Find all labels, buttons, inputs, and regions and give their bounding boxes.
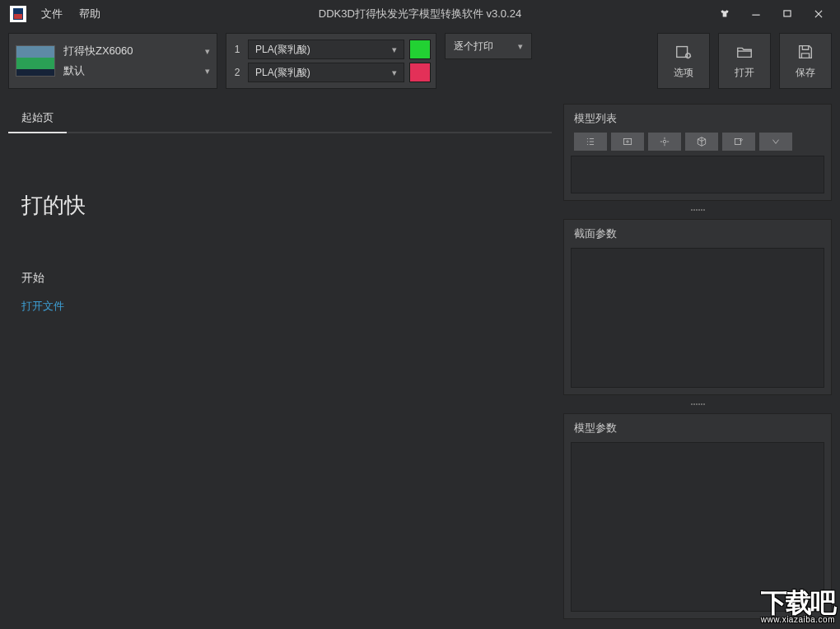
- panel-model-list-header: 模型列表: [564, 105, 831, 133]
- chevron-down-icon: ▾: [518, 41, 523, 52]
- resize-handle[interactable]: [563, 402, 832, 407]
- material-index: 1: [231, 44, 243, 55]
- center-icon[interactable]: [648, 133, 681, 151]
- printer-name: 打得快ZX6060: [63, 44, 133, 58]
- svg-point-6: [663, 140, 666, 143]
- frame-icon[interactable]: [611, 133, 644, 151]
- options-label: 选项: [674, 66, 693, 80]
- material-1-color[interactable]: [409, 40, 431, 59]
- start-page: 打的快 开始 打开文件: [8, 133, 552, 314]
- chevron-down-icon: ▾: [392, 44, 397, 55]
- material-2-color[interactable]: [409, 63, 431, 82]
- printer-preset: 默认: [63, 63, 85, 78]
- watermark-text: 下载吧: [761, 589, 835, 616]
- print-mode-dropdown[interactable]: 逐个打印 ▾: [446, 34, 531, 58]
- panel-section-params: 截面参数: [563, 219, 832, 395]
- model-params-body: [571, 442, 824, 612]
- watermark: 下载吧 www.xiazaiba.com: [761, 589, 835, 624]
- svg-rect-1: [784, 11, 791, 16]
- save-icon: [796, 43, 814, 61]
- printer-thumbnail: [16, 45, 55, 77]
- svg-point-5: [627, 141, 628, 142]
- material-row-1: 1 PLA(聚乳酸) ▾: [231, 40, 431, 59]
- materials-group: 1 PLA(聚乳酸) ▾ 2 PLA(聚乳酸) ▾: [226, 33, 436, 89]
- material-row-2: 2 PLA(聚乳酸) ▾: [231, 63, 431, 82]
- open-file-link[interactable]: 打开文件: [21, 299, 539, 314]
- cube-icon[interactable]: [685, 133, 718, 151]
- content-area: 起始页 打的快 开始 打开文件 模型列表 截面参数: [8, 104, 832, 619]
- start-section-label: 开始: [21, 271, 539, 286]
- shirt-icon[interactable]: [716, 6, 733, 22]
- panel-section-header: 截面参数: [564, 220, 831, 248]
- material-1-label: PLA(聚乳酸): [255, 43, 310, 57]
- material-index: 2: [231, 67, 243, 78]
- app-title: DDK3D打得快发光字模型转换软件 v3.0.24: [0, 7, 840, 21]
- left-panel: 起始页 打的快 开始 打开文件: [8, 104, 552, 619]
- open-label: 打开: [735, 66, 754, 80]
- material-2-label: PLA(聚乳酸): [255, 66, 310, 80]
- settings-small-icon[interactable]: [759, 133, 792, 151]
- folder-open-icon: [735, 43, 754, 61]
- start-heading: 打的快: [21, 191, 539, 220]
- titlebar: 文件 帮助 DDK3D打得快发光字模型转换软件 v3.0.24: [0, 0, 840, 28]
- chevron-down-icon: ▾: [205, 46, 210, 57]
- minimize-button[interactable]: [748, 6, 764, 22]
- chevron-down-icon: ▾: [392, 68, 397, 78]
- panel-model-params-header: 模型参数: [564, 414, 831, 442]
- menu-help[interactable]: 帮助: [71, 7, 109, 21]
- print-mode-group: 逐个打印 ▾: [445, 33, 532, 59]
- section-params-body: [571, 248, 824, 388]
- svg-rect-4: [623, 139, 631, 145]
- app-icon: [10, 6, 26, 22]
- menu-file[interactable]: 文件: [33, 7, 71, 21]
- printer-selector: 打得快ZX6060 ▾ 默认 ▾: [8, 33, 217, 89]
- tab-start[interactable]: 起始页: [8, 104, 67, 133]
- printer-preset-dropdown[interactable]: 默认 ▾: [63, 63, 210, 78]
- model-list-body: [571, 156, 824, 193]
- tab-bar: 起始页: [8, 104, 552, 133]
- panel-model-list: 模型列表: [563, 104, 832, 201]
- maximize-button[interactable]: [779, 6, 796, 22]
- printer-name-dropdown[interactable]: 打得快ZX6060 ▾: [63, 44, 210, 58]
- print-mode-label: 逐个打印: [454, 40, 493, 54]
- open-button[interactable]: 打开: [718, 33, 771, 89]
- list-view-icon[interactable]: [574, 133, 607, 151]
- svg-rect-7: [735, 139, 740, 145]
- material-2-dropdown[interactable]: PLA(聚乳酸) ▾: [248, 63, 404, 82]
- watermark-url: www.xiazaiba.com: [761, 616, 835, 624]
- save-label: 保存: [796, 66, 815, 80]
- options-button[interactable]: 选项: [657, 33, 710, 89]
- main-toolbar: 打得快ZX6060 ▾ 默认 ▾ 1 PLA(聚乳酸) ▾ 2 PLA(聚乳酸)…: [8, 33, 832, 89]
- resize-handle[interactable]: [563, 207, 832, 212]
- save-button[interactable]: 保存: [779, 33, 832, 89]
- model-list-toolbar: [564, 133, 831, 156]
- right-column: 模型列表 截面参数 模型参数: [563, 104, 832, 619]
- svg-point-3: [686, 53, 691, 58]
- chevron-down-icon: ▾: [205, 66, 210, 77]
- options-icon: [674, 43, 693, 61]
- material-1-dropdown[interactable]: PLA(聚乳酸) ▾: [248, 40, 404, 59]
- edit-icon[interactable]: [722, 133, 755, 151]
- close-button[interactable]: [810, 6, 827, 22]
